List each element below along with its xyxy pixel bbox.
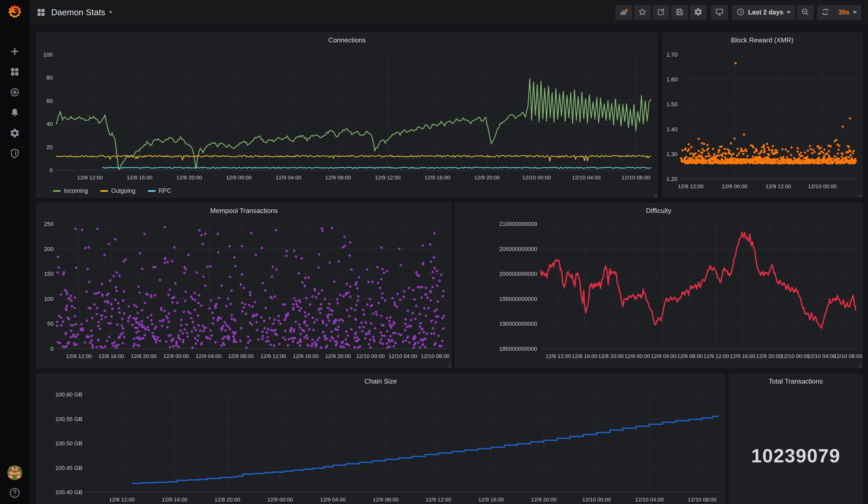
- svg-text:100.60 GB: 100.60 GB: [55, 391, 82, 398]
- svg-text:12/9 12:00: 12/9 12:00: [766, 183, 791, 189]
- svg-text:1.40: 1.40: [666, 126, 678, 133]
- svg-text:12/8 12:00: 12/8 12:00: [545, 353, 571, 359]
- monitor-icon: [715, 8, 724, 17]
- save-dashboard-button[interactable]: [671, 5, 688, 20]
- legend-item-incoming[interactable]: Incoming: [53, 187, 88, 194]
- svg-text:200: 200: [44, 246, 53, 252]
- chain-size-chart[interactable]: 12/8 12:0012/8 16:0012/8 20:0012/9 00:00…: [37, 374, 725, 504]
- panel-title[interactable]: Block Reward (XMR): [662, 33, 862, 48]
- zoom-out-icon: [801, 8, 809, 17]
- svg-text:12/9 12:00: 12/9 12:00: [703, 353, 729, 359]
- legend-item-outgoing[interactable]: Outgoing: [100, 187, 135, 194]
- refresh-button[interactable]: [817, 5, 834, 20]
- svg-text:1.70: 1.70: [666, 51, 678, 58]
- svg-text:12/10 04:00: 12/10 04:00: [572, 174, 601, 181]
- panel-mempool: Mempool Transactions 12/8 12:0012/8 16:0…: [36, 203, 452, 368]
- panel-connections: Connections 12/8 12:0012/8 16:0012/8 20:…: [36, 32, 658, 198]
- connections-chart[interactable]: 12/8 12:0012/8 16:0012/8 20:0012/9 00:00…: [37, 33, 658, 197]
- difficulty-chart[interactable]: 12/8 12:0012/8 16:0012/8 20:0012/9 00:00…: [455, 203, 862, 368]
- configuration-button[interactable]: [0, 123, 30, 144]
- svg-text:0: 0: [50, 346, 53, 352]
- server-admin-button[interactable]: [0, 144, 30, 164]
- zoom-out-time-button[interactable]: [797, 5, 814, 20]
- help-button[interactable]: [9, 487, 21, 500]
- svg-text:12/9 08:00: 12/9 08:00: [373, 496, 398, 502]
- panel-title[interactable]: Mempool Transactions: [37, 203, 452, 218]
- total-transactions-value: 10239079: [729, 445, 862, 467]
- svg-text:12/8 12:00: 12/8 12:00: [109, 496, 135, 502]
- svg-text:12/8 12:00: 12/8 12:00: [678, 183, 703, 189]
- block-reward-chart[interactable]: 12/8 12:0012/9 00:0012/9 12:0012/10 00:0…: [662, 33, 862, 197]
- svg-text:12/10 04:00: 12/10 04:00: [807, 353, 836, 359]
- chevron-down-icon: [109, 11, 112, 13]
- chevron-down-icon: [852, 11, 857, 14]
- gear-icon: [694, 8, 703, 17]
- svg-text:12/9 20:00: 12/9 20:00: [756, 353, 782, 359]
- user-avatar[interactable]: [7, 465, 22, 480]
- gear-icon: [10, 128, 20, 139]
- explore-button[interactable]: [0, 82, 30, 103]
- svg-text:1.30: 1.30: [666, 151, 678, 157]
- refresh-icon: [821, 8, 830, 17]
- svg-text:12/9 08:00: 12/9 08:00: [325, 174, 351, 181]
- svg-text:60: 60: [46, 98, 53, 104]
- svg-text:12/10 00:00: 12/10 00:00: [356, 353, 385, 359]
- star-icon: [638, 8, 647, 17]
- help-icon: [9, 495, 21, 500]
- panel-title[interactable]: Difficulty: [455, 203, 862, 218]
- svg-text:12/10 00:00: 12/10 00:00: [808, 183, 837, 189]
- navbar-left: Daemon Stats: [36, 8, 112, 17]
- svg-text:12/10 00:00: 12/10 00:00: [582, 496, 611, 502]
- dashboards-button[interactable]: [0, 62, 30, 82]
- panel-chain-size: Chain Size 12/8 12:0012/8 16:0012/8 20:0…: [36, 373, 725, 504]
- svg-text:12/8 12:00: 12/8 12:00: [66, 353, 92, 359]
- svg-text:12/9 04:00: 12/9 04:00: [276, 174, 301, 181]
- svg-text:12/10 04:00: 12/10 04:00: [635, 496, 664, 502]
- save-icon: [675, 8, 684, 17]
- star-dashboard-button[interactable]: [634, 5, 651, 20]
- svg-text:12/9 16:00: 12/9 16:00: [293, 353, 319, 359]
- legend-label: Outgoing: [111, 187, 135, 194]
- svg-text:12/8 16:00: 12/8 16:00: [127, 174, 152, 181]
- svg-text:12/9 20:00: 12/9 20:00: [531, 496, 557, 502]
- svg-text:1.60: 1.60: [666, 76, 678, 83]
- add-panel-button[interactable]: [615, 5, 632, 20]
- svg-text:0: 0: [50, 167, 53, 173]
- svg-text:12/9 00:00: 12/9 00:00: [163, 353, 189, 359]
- grafana-logo[interactable]: [0, 0, 30, 24]
- svg-text:200000000000: 200000000000: [499, 271, 537, 277]
- svg-text:12/9 20:00: 12/9 20:00: [474, 174, 500, 181]
- legend-label: RPC: [159, 187, 172, 194]
- dashboard-picker-button[interactable]: [36, 8, 46, 17]
- svg-text:12/9 04:00: 12/9 04:00: [320, 496, 345, 502]
- svg-text:20: 20: [46, 144, 53, 151]
- panel-title[interactable]: Connections: [37, 33, 658, 48]
- mempool-chart[interactable]: 12/8 12:0012/8 16:0012/8 20:0012/9 00:00…: [37, 203, 452, 368]
- panel-difficulty: Difficulty 12/8 12:0012/8 16:0012/8 20:0…: [455, 203, 862, 368]
- chevron-down-icon: [786, 11, 791, 14]
- dashboard-settings-button[interactable]: [690, 5, 707, 20]
- panel-block-reward: Block Reward (XMR) 12/8 12:0012/9 00:001…: [662, 32, 862, 198]
- share-icon: [657, 8, 665, 17]
- dashboard-grid: Connections 12/8 12:0012/8 16:0012/8 20:…: [30, 24, 868, 504]
- grid-icon: [36, 8, 46, 17]
- cycle-view-mode-button[interactable]: [711, 5, 728, 20]
- refresh-interval-picker[interactable]: 30s: [834, 5, 861, 20]
- svg-text:100.45 GB: 100.45 GB: [55, 465, 82, 471]
- legend-item-rpc[interactable]: RPC: [148, 187, 172, 194]
- panel-total-transactions: Total Transactions 10239079: [729, 373, 862, 504]
- panel-title[interactable]: Chain Size: [37, 374, 725, 389]
- svg-text:12/10 08:00: 12/10 08:00: [834, 353, 862, 359]
- share-dashboard-button[interactable]: [652, 5, 670, 20]
- bell-icon: [10, 107, 20, 119]
- create-button[interactable]: [0, 42, 30, 62]
- svg-text:12/9 08:00: 12/9 08:00: [228, 353, 254, 359]
- dashboard-title-button[interactable]: Daemon Stats: [51, 8, 112, 17]
- time-range-picker[interactable]: Last 2 days: [732, 5, 795, 20]
- svg-text:185000000000: 185000000000: [499, 346, 537, 352]
- svg-text:190000000000: 190000000000: [499, 320, 537, 327]
- svg-text:12/9 00:00: 12/9 00:00: [226, 174, 251, 181]
- svg-text:100.50 GB: 100.50 GB: [55, 440, 82, 446]
- panel-title[interactable]: Total Transactions: [729, 374, 862, 389]
- alerting-button[interactable]: [0, 103, 30, 123]
